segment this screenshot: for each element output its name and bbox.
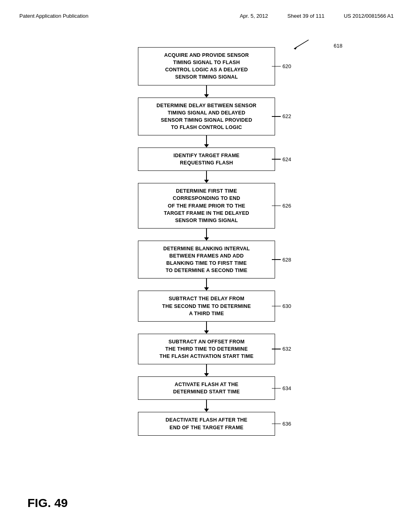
step-box-624: IDENTIFY TARGET FRAME REQUESTING FLASH xyxy=(138,148,275,171)
step-label-636: 636 xyxy=(272,421,291,427)
figure-label-text: FIG. 49 xyxy=(27,496,68,509)
figure-label: FIG. 49 xyxy=(27,496,68,510)
step-label-620: 620 xyxy=(272,63,291,69)
step-text-636: DEACTIVATE FLASH AFTER THE END OF THE TA… xyxy=(166,417,248,430)
step-label-628: 628 xyxy=(272,257,291,263)
step-text-626: DETERMINE FIRST TIME CORRESPONDING TO EN… xyxy=(164,188,249,223)
header-right: Apr. 5, 2012 Sheet 39 of 111 US 2012/008… xyxy=(240,13,394,19)
step-label-630: 630 xyxy=(272,303,291,309)
step-label-634: 634 xyxy=(272,385,291,391)
header-patent: US 2012/0081566 A1 xyxy=(344,13,394,19)
step-box-630: SUBTRACT THE DELAY FROM THE SECOND TIME … xyxy=(138,291,275,321)
step-box-620: ACQUIRE AND PROVIDE SENSOR TIMING SIGNAL… xyxy=(138,47,275,85)
step-box-634: ACTIVATE FLASH AT THE DETERMINED START T… xyxy=(138,376,275,400)
flowchart: ACQUIRE AND PROVIDE SENSOR TIMING SIGNAL… xyxy=(122,47,291,436)
header-left: Patent Application Publication xyxy=(19,13,88,19)
step-row-622: DETERMINE DELAY BETWEEN SENSOR TIMING SI… xyxy=(122,98,291,136)
step-row-630: SUBTRACT THE DELAY FROM THE SECOND TIME … xyxy=(122,291,291,321)
step-label-632: 632 xyxy=(272,346,291,352)
start-ref-label: 618 xyxy=(309,40,342,51)
step-row-628: DETERMINE BLANKING INTERVAL BETWEEN FRAM… xyxy=(122,241,291,279)
step-row-634: ACTIVATE FLASH AT THE DETERMINED START T… xyxy=(122,376,291,400)
page-header: Patent Application Publication Apr. 5, 2… xyxy=(0,0,413,19)
step-label-626: 626 xyxy=(272,203,291,209)
step-label-624: 624 xyxy=(272,156,291,162)
step-text-622: DETERMINE DELAY BETWEEN SENSOR TIMING SI… xyxy=(156,103,257,130)
step-text-632: SUBTRACT AN OFFSET FROM THE THIRD TIME T… xyxy=(160,339,254,359)
header-date: Apr. 5, 2012 xyxy=(240,13,268,19)
header-sheet: Sheet 39 of 111 xyxy=(288,13,325,19)
step-row-626: DETERMINE FIRST TIME CORRESPONDING TO EN… xyxy=(122,183,291,229)
step-text-620: ACQUIRE AND PROVIDE SENSOR TIMING SIGNAL… xyxy=(164,52,249,80)
step-text-628: DETERMINE BLANKING INTERVAL BETWEEN FRAM… xyxy=(163,246,250,273)
step-box-632: SUBTRACT AN OFFSET FROM THE THIRD TIME T… xyxy=(138,334,275,364)
start-ref-number: 618 xyxy=(334,43,342,49)
step-row-632: SUBTRACT AN OFFSET FROM THE THIRD TIME T… xyxy=(122,334,291,364)
svg-marker-1 xyxy=(294,46,297,50)
step-box-636: DEACTIVATE FLASH AFTER THE END OF THE TA… xyxy=(138,412,275,435)
step-box-628: DETERMINE BLANKING INTERVAL BETWEEN FRAM… xyxy=(138,241,275,279)
publication-label: Patent Application Publication xyxy=(19,13,88,19)
step-text-624: IDENTIFY TARGET FRAME REQUESTING FLASH xyxy=(173,153,240,166)
step-row-636: DEACTIVATE FLASH AFTER THE END OF THE TA… xyxy=(122,412,291,435)
step-text-630: SUBTRACT THE DELAY FROM THE SECOND TIME … xyxy=(162,296,251,316)
step-row-620: ACQUIRE AND PROVIDE SENSOR TIMING SIGNAL… xyxy=(122,47,291,85)
step-row-624: IDENTIFY TARGET FRAME REQUESTING FLASH 6… xyxy=(122,148,291,171)
step-box-626: DETERMINE FIRST TIME CORRESPONDING TO EN… xyxy=(138,183,275,229)
step-label-622: 622 xyxy=(272,113,291,119)
step-box-622: DETERMINE DELAY BETWEEN SENSOR TIMING SI… xyxy=(138,98,275,136)
step-text-634: ACTIVATE FLASH AT THE DETERMINED START T… xyxy=(173,382,240,395)
